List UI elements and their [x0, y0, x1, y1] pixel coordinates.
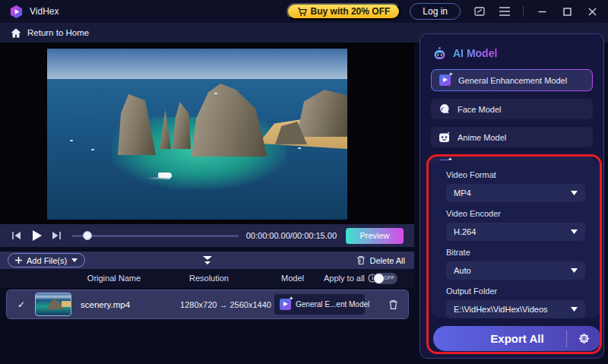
file-resolution: 1280x720 → 2560x1440 [165, 300, 287, 309]
menu-icon[interactable] [498, 5, 511, 18]
previous-frame-icon[interactable] [11, 229, 23, 242]
chevron-down-icon [71, 258, 78, 262]
minimize-icon[interactable] [536, 5, 549, 18]
buy-button[interactable]: Buy with 20% OFF [287, 3, 401, 20]
file-thumbnail [35, 293, 71, 316]
titlebar: VidHex Buy with 20% OFF Log in [0, 0, 608, 23]
file-name: scenery.mp4 [81, 300, 130, 309]
seek-track [71, 235, 239, 237]
robot-icon [432, 46, 447, 61]
toggle-state: OFF [384, 275, 394, 280]
delete-all-label: Delete All [370, 256, 405, 265]
export-all-label: Export All [433, 332, 566, 345]
feedback-icon[interactable] [473, 5, 486, 18]
gear-icon [578, 332, 591, 345]
plus-icon [15, 257, 22, 264]
seek-slider[interactable] [71, 230, 239, 241]
col-model: Model [262, 274, 323, 283]
return-home-label: Return to Home [27, 28, 89, 37]
model-item-selected-border: ✦ General Enhancement Model [431, 69, 593, 91]
model-label: General Enhancement Model [458, 76, 567, 85]
cart-icon [297, 7, 307, 17]
row-model-select[interactable]: ✦ General E...ent Model [274, 294, 365, 315]
export-all-button[interactable]: Export All [433, 326, 601, 351]
chevron-down-icon [571, 191, 578, 195]
field-label: Bitrate [446, 248, 585, 257]
ai-model-panel: AI Model ✦ General Enhancement Model Fac… [420, 33, 604, 359]
add-files-button[interactable]: Add File(s) [8, 253, 85, 267]
preview-button[interactable]: Preview [346, 228, 404, 244]
left-region: 00:00:00.00/00:00:15.00 Preview Add File… [0, 43, 414, 364]
check-icon[interactable]: ✓ [17, 299, 25, 310]
scene-sky [47, 49, 347, 79]
play-square-icon: ✦ [439, 74, 451, 86]
scene-small-boat [298, 147, 301, 149]
apply-to-all-label: Apply to all [324, 274, 365, 283]
file-row[interactable]: ✓ scenery.mp4 1280x720 → 2560x1440 ✦ Gen… [6, 290, 409, 319]
files-toolbar: Add File(s) Delete All [0, 252, 414, 269]
maximize-icon[interactable] [561, 5, 574, 18]
toggle-knob [374, 274, 384, 283]
model-label: Anime Model [458, 133, 506, 142]
field-label: Output Folder [446, 286, 585, 296]
add-files-label: Add File(s) [27, 256, 67, 265]
row-model-value: General E...ent Model [296, 300, 369, 309]
scene-boat [158, 173, 172, 178]
next-frame-icon[interactable] [50, 229, 62, 242]
model-play-icon: ✦ [280, 299, 291, 310]
titlebar-divider [523, 6, 524, 17]
chevron-down-icon [571, 268, 578, 273]
apply-to-all-toggle[interactable]: OFF [373, 273, 397, 284]
collapse-icon[interactable] [202, 256, 213, 265]
panel-title: AI Model [453, 47, 497, 59]
table-header: Original Name Resolution Model Apply to … [0, 269, 414, 288]
scene-small-boat [214, 93, 217, 94]
output-settings-card: Video Format MP4 Video Encoder H.264 Bit… [431, 160, 600, 318]
home-icon [11, 28, 21, 38]
scene-small-boat [91, 149, 94, 150]
play-icon[interactable] [30, 229, 43, 242]
field-value: E:\VidHex\VidHex\Videos [454, 305, 548, 314]
chevron-down-icon [571, 229, 578, 234]
thumb-beach [62, 301, 71, 307]
scene-small-boat [70, 140, 73, 141]
arrow-icon: → [219, 300, 227, 309]
trash-icon [388, 299, 398, 310]
time-display: 00:00:00.00/00:00:15.00 [246, 231, 337, 240]
anime-face-icon [439, 131, 450, 143]
model-label: Face Model [458, 105, 501, 114]
row-delete-button[interactable] [388, 299, 398, 310]
face-icon [439, 103, 450, 115]
close-icon[interactable] [586, 5, 599, 18]
resolution-to: 2560x1440 [230, 300, 271, 309]
login-button[interactable]: Log in [410, 3, 461, 20]
field-value: MP4 [454, 188, 471, 198]
field-value: H.264 [454, 227, 476, 236]
delete-all-button[interactable]: Delete All [356, 255, 405, 265]
player-controls: 00:00:00.00/00:00:15.00 Preview [0, 224, 414, 247]
field-label: Video Format [446, 170, 585, 179]
export-settings-section[interactable] [566, 331, 601, 347]
app-title: VidHex [30, 6, 59, 17]
vidhex-logo-icon [9, 5, 24, 19]
output-folder-select[interactable]: E:\VidHex\VidHex\Videos [446, 300, 585, 318]
field-label: Video Encoder [446, 209, 585, 218]
model-item-anime[interactable]: Anime Model [431, 127, 593, 147]
apply-to-all: Apply to all [324, 274, 377, 283]
buy-label: Buy with 20% OFF [311, 6, 391, 17]
video-stage [0, 43, 414, 224]
bitrate-select[interactable]: Auto [446, 261, 585, 280]
chevron-down-icon [571, 307, 578, 312]
panel-header: AI Model [432, 45, 593, 62]
model-item-general-enhancement[interactable]: ✦ General Enhancement Model [432, 70, 592, 90]
trash-icon [356, 255, 366, 265]
resolution-from: 1280x720 [180, 300, 217, 309]
video-format-select[interactable]: MP4 [446, 184, 585, 202]
video-encoder-select[interactable]: H.264 [446, 223, 585, 241]
model-item-face[interactable]: Face Model [431, 99, 593, 119]
video-preview[interactable] [47, 49, 347, 220]
col-resolution: Resolution [152, 274, 266, 283]
field-value: Auto [454, 266, 471, 275]
seek-thumb[interactable] [83, 231, 92, 240]
